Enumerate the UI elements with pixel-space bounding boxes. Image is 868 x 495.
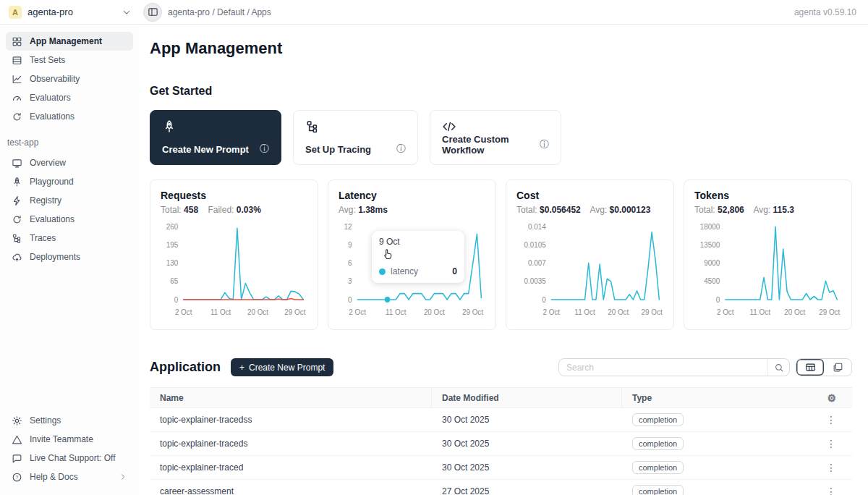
sidebar-item-playground[interactable]: Playground	[6, 172, 133, 191]
row-menu-kebab-icon[interactable]: ⋮	[826, 414, 836, 426]
table-settings-gear-icon[interactable]: ⚙	[827, 392, 836, 404]
column-header-name[interactable]: Name	[150, 388, 432, 407]
column-header-date-modified[interactable]: Date Modified	[432, 388, 622, 407]
row-menu-kebab-icon[interactable]: ⋮	[826, 462, 836, 473]
spin-icon	[12, 214, 22, 225]
svg-text:4500: 4500	[704, 277, 720, 285]
info-icon[interactable]: ⓘ	[260, 143, 269, 156]
svg-text:11 Oct: 11 Oct	[386, 308, 406, 316]
create-new-prompt-button[interactable]: + Create New Prompt	[231, 358, 333, 376]
sidebar-item-test-sets[interactable]: Test Sets	[6, 51, 133, 69]
rocket-icon	[12, 177, 22, 187]
table-row[interactable]: topic-explainer-traceds 30 Oct 2025 comp…	[150, 432, 852, 456]
search-button[interactable]	[767, 359, 789, 376]
create-custom-workflow-card[interactable]: Create Custom Workflow ⓘ	[430, 110, 561, 165]
table-view-button[interactable]	[796, 359, 824, 376]
table-row[interactable]: topic-explainer-tracedss 30 Oct 2025 com…	[150, 408, 852, 432]
app-name: topic-explainer-tracedss	[150, 408, 432, 431]
svg-text:20 Oct: 20 Oct	[784, 308, 805, 316]
svg-text:2 Oct: 2 Oct	[543, 308, 561, 316]
stat-label: Avg:	[590, 205, 607, 215]
svg-text:0.0035: 0.0035	[524, 277, 546, 285]
code-icon	[442, 119, 456, 134]
set-up-tracing-card[interactable]: Set Up Tracing ⓘ	[293, 110, 418, 165]
table-row[interactable]: topic-explainer-traced 30 Oct 2025 compl…	[150, 456, 852, 480]
top-bar: A agenta-pro agenta-pro / Default / Apps…	[0, 0, 868, 25]
app-name: topic-explainer-traceds	[150, 432, 432, 455]
sidebar-item-label: App Management	[30, 36, 102, 46]
cost-chart-card: Cost Total: $0.056452 Avg: $0.000123 0.0…	[506, 179, 674, 330]
svg-text:2 Oct: 2 Oct	[175, 308, 192, 316]
button-label: Create New Prompt	[249, 363, 325, 373]
sidebar-item-label: Evaluations	[30, 214, 75, 224]
app-date: 30 Oct 2025	[432, 408, 622, 431]
type-badge: completion	[632, 461, 684, 474]
sidebar-item-help-docs[interactable]: ? Help & Docs	[6, 468, 133, 486]
sidebar-item-live-chat[interactable]: Live Chat Support: Off	[6, 449, 133, 468]
applications-table: Name Date Modified Type ⚙ topic-explaine…	[150, 387, 852, 495]
sidebar-item-label: Evaluators	[30, 93, 71, 103]
stat-label: Total:	[161, 205, 182, 215]
info-icon[interactable]: ⓘ	[396, 143, 406, 156]
sidebar-item-evaluators[interactable]: Evaluators	[6, 88, 133, 107]
row-menu-kebab-icon[interactable]: ⋮	[826, 438, 836, 449]
svg-text:2 Oct: 2 Oct	[717, 308, 734, 316]
column-header-type[interactable]: Type	[622, 393, 801, 403]
chat-icon	[12, 453, 22, 464]
svg-text:195: 195	[166, 241, 179, 249]
chart-stats: Total: 458 Failed: 0.03%	[161, 205, 307, 215]
chart-title: Latency	[339, 190, 485, 201]
sidebar-item-evaluations[interactable]: Evaluations	[6, 107, 133, 126]
tokens-chart[interactable]: 18000135009000450002 Oct11 Oct20 Oct29 O…	[694, 218, 841, 326]
gauge-icon	[12, 93, 22, 103]
app-version: agenta v0.59.10	[794, 7, 868, 17]
sidebar-item-app-management[interactable]: App Management	[6, 32, 133, 51]
create-new-prompt-card[interactable]: Create New Prompt ⓘ	[150, 110, 281, 165]
table-view-icon	[805, 362, 816, 373]
workspace-name: agenta-pro	[27, 7, 73, 17]
sidebar-item-app-evaluations[interactable]: Evaluations	[6, 210, 133, 229]
sidebar-item-registry[interactable]: Registry	[6, 191, 133, 210]
stat-label: Failed:	[208, 205, 234, 215]
sidebar-item-label: Traces	[30, 233, 56, 243]
app-date: 30 Oct 2025	[432, 456, 622, 479]
sidebar-item-overview[interactable]: Overview	[6, 153, 133, 172]
stat-label: Avg:	[339, 205, 356, 215]
sidebar-item-observability[interactable]: Observability	[6, 69, 133, 88]
svg-text:20 Oct: 20 Oct	[247, 308, 268, 316]
cost-chart[interactable]: 0.0140.01050.0070.003502 Oct11 Oct20 Oct…	[516, 218, 663, 326]
row-menu-kebab-icon[interactable]: ⋮	[826, 486, 836, 495]
svg-text:2 Oct: 2 Oct	[349, 308, 366, 316]
sidebar-item-label: Deployments	[30, 252, 80, 262]
sidebar-item-settings[interactable]: Settings	[6, 411, 133, 430]
svg-text:?: ?	[16, 474, 19, 479]
sidebar-item-invite-teammate[interactable]: Invite Teammate	[6, 430, 133, 449]
application-header: Application + Create New Prompt	[150, 358, 852, 376]
requests-chart[interactable]: 2601951306502 Oct11 Oct20 Oct29 Oct	[161, 218, 307, 326]
tooltip-date: 9 Oct	[379, 237, 457, 247]
info-icon[interactable]: ⓘ	[540, 138, 549, 151]
sidebar-item-label: Observability	[30, 74, 80, 84]
sidebar-item-label: Overview	[30, 158, 66, 168]
workspace-selector[interactable]: A agenta-pro	[0, 6, 139, 19]
svg-text:260: 260	[166, 223, 179, 231]
card-view-button[interactable]	[824, 359, 851, 376]
tooltip-value: 0	[452, 266, 457, 276]
stat-label: Total:	[694, 205, 715, 215]
svg-text:9: 9	[348, 241, 352, 249]
svg-text:29 Oct: 29 Oct	[642, 308, 663, 316]
breadcrumb[interactable]: agenta-pro / Default / Apps	[168, 7, 271, 17]
chart-stats: Total: 52,806 Avg: 115.3	[694, 205, 841, 215]
sidebar-item-traces[interactable]: Traces	[6, 229, 133, 248]
svg-text:0: 0	[348, 295, 352, 303]
svg-text:20 Oct: 20 Oct	[608, 308, 629, 316]
stat-value: 115.3	[773, 205, 794, 215]
search-input[interactable]	[559, 363, 767, 373]
svg-text:9000: 9000	[704, 259, 720, 267]
sidebar-item-label: Invite Teammate	[30, 434, 93, 444]
table-row[interactable]: career-assessment 27 Oct 2025 completion…	[150, 480, 852, 495]
sidebar-item-deployments[interactable]: Deployments	[6, 248, 133, 266]
chevron-down-icon	[122, 7, 132, 17]
sidebar-item-label: Help & Docs	[30, 472, 78, 482]
sidebar-collapse-button[interactable]	[143, 3, 162, 22]
